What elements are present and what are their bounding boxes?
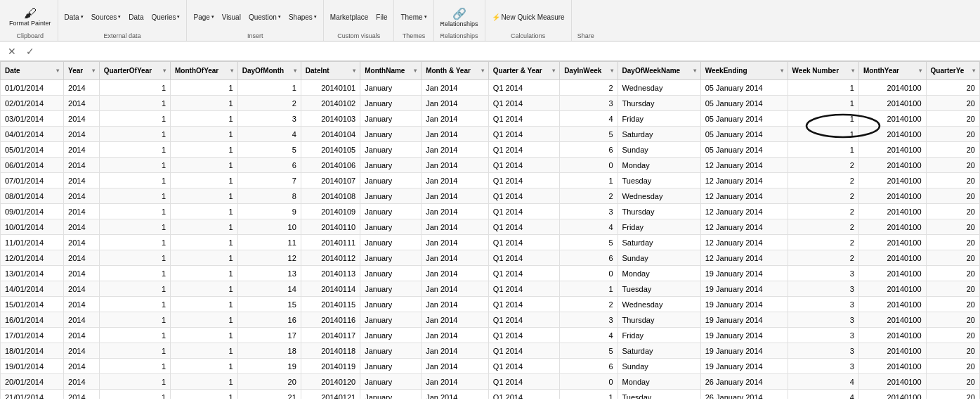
col-header-quarter-of-year[interactable]: QuarterOfYear ▾ xyxy=(99,62,170,80)
queries-button[interactable]: Queries ▾ xyxy=(148,12,183,23)
table-cell-day_of_month: 17 xyxy=(237,328,301,343)
col-week-ending-filter-icon[interactable]: ▾ xyxy=(780,68,783,74)
col-month-year2-label: MonthYear xyxy=(863,67,899,75)
col-header-date[interactable]: Date ▾ xyxy=(1,62,64,80)
col-month-name-filter-icon[interactable]: ▾ xyxy=(414,68,417,74)
col-header-year[interactable]: Year ▾ xyxy=(64,62,100,80)
table-cell-month_of_year: 1 xyxy=(171,390,238,399)
table-cell-week_ending: 12 January 2014 xyxy=(700,158,788,173)
col-quarter-filter-icon[interactable]: ▾ xyxy=(163,68,166,74)
table-cell-date_int: 20140101 xyxy=(301,80,360,96)
relationships-section-label: Relationships xyxy=(434,32,485,39)
data2-button[interactable]: Data xyxy=(125,12,147,23)
table-cell-week_ending: 12 January 2014 xyxy=(700,173,788,188)
relationships-button[interactable]: 🔗 Relationships xyxy=(437,6,482,29)
theme-button[interactable]: Theme ▾ xyxy=(397,12,430,23)
col-year-filter-icon[interactable]: ▾ xyxy=(92,68,95,74)
cancel-formula-button[interactable]: ✕ xyxy=(6,45,18,58)
confirm-formula-button[interactable]: ✓ xyxy=(24,45,37,58)
col-month-filter-icon[interactable]: ▾ xyxy=(230,68,233,74)
table-cell-month_name: January xyxy=(360,266,422,281)
col-day-of-month-filter-icon[interactable]: ▾ xyxy=(294,68,296,74)
table-cell-date: 05/01/2014 xyxy=(1,142,64,158)
table-cell-day_of_month: 14 xyxy=(237,281,301,297)
col-header-day-of-week-name[interactable]: DayOfWeekName ▾ xyxy=(618,62,700,80)
marketplace-label: Marketplace xyxy=(330,13,368,21)
col-month-year-filter-icon[interactable]: ▾ xyxy=(481,68,484,74)
col-week-number-filter-icon[interactable]: ▾ xyxy=(851,68,854,74)
col-month-year2-filter-icon[interactable]: ▾ xyxy=(919,68,922,74)
table-cell-day_in_week: 3 xyxy=(560,204,618,219)
col-date-filter-icon[interactable]: ▾ xyxy=(56,68,59,74)
col-day-in-week-label: DayInWeek xyxy=(564,67,601,75)
col-day-in-week-filter-icon[interactable]: ▾ xyxy=(610,68,613,74)
table-cell-quarter_year: Q1 2014 xyxy=(488,312,559,328)
col-quarter-ye2-filter-icon[interactable]: ▾ xyxy=(972,68,975,74)
data-button[interactable]: Data ▾ xyxy=(61,12,87,23)
table-cell-week_number: 3 xyxy=(788,281,858,297)
table-cell-quarter_year: Q1 2014 xyxy=(488,343,559,359)
col-header-day-in-week[interactable]: DayInWeek ▾ xyxy=(560,62,618,80)
ribbon-section-themes: Theme ▾ Themes xyxy=(394,0,433,41)
table-cell-quarter_of_year: 1 xyxy=(99,204,170,219)
table-cell-day_in_week: 0 xyxy=(560,374,618,390)
table-cell-quarter_ye2: 20 xyxy=(926,374,979,390)
table-cell-month_year: Jan 2014 xyxy=(422,359,489,374)
col-header-month-year[interactable]: Month & Year ▾ xyxy=(422,62,489,80)
col-quarter-year-filter-icon[interactable]: ▾ xyxy=(552,68,555,74)
table-cell-week_ending: 26 January 2014 xyxy=(700,390,788,399)
data-label: Data xyxy=(65,13,79,21)
table-cell-month_name: January xyxy=(360,219,422,235)
question-button[interactable]: Question ▾ xyxy=(245,12,285,23)
col-quarter-of-year-label: QuarterOfYear xyxy=(104,67,152,75)
table-cell-date: 20/01/2014 xyxy=(1,374,64,390)
file-button[interactable]: File xyxy=(372,12,391,23)
visual-button[interactable]: Visual xyxy=(218,12,244,23)
theme-arrow-icon: ▾ xyxy=(424,14,427,20)
table-cell-week_ending: 19 January 2014 xyxy=(700,359,788,374)
visual-label: Visual xyxy=(222,13,241,21)
table-cell-quarter_of_year: 1 xyxy=(99,127,170,142)
table-row: 09/01/2014201411920140109JanuaryJan 2014… xyxy=(1,204,980,219)
col-header-quarter-ye2[interactable]: QuarterYe ▾ xyxy=(926,62,979,80)
table-cell-day_of_month: 13 xyxy=(237,266,301,281)
table-cell-month_name: January xyxy=(360,127,422,142)
table-cell-week_number: 2 xyxy=(788,188,858,204)
table-cell-year: 2014 xyxy=(64,297,100,312)
table-cell-month_year2: 20140100 xyxy=(858,158,926,173)
table-row: 12/01/20142014111220140112JanuaryJan 201… xyxy=(1,250,980,266)
table-cell-day_of_week_name: Saturday xyxy=(618,343,700,359)
new-quick-measure-button[interactable]: ⚡ New Quick Measure xyxy=(488,12,568,23)
table-cell-week_ending: 12 January 2014 xyxy=(700,204,788,219)
col-date-int-filter-icon[interactable]: ▾ xyxy=(353,68,355,74)
table-cell-quarter_ye2: 20 xyxy=(926,281,979,297)
marketplace-button[interactable]: Marketplace xyxy=(327,12,372,23)
col-header-week-number[interactable]: Week Number ▾ xyxy=(788,62,858,80)
table-cell-day_of_week_name: Friday xyxy=(618,111,700,127)
page-button[interactable]: Page ▾ xyxy=(190,12,217,23)
table-cell-month_year2: 20140100 xyxy=(858,111,926,127)
col-header-month-of-year[interactable]: MonthOfYear ▾ xyxy=(171,62,238,80)
table-cell-day_in_week: 5 xyxy=(560,127,618,142)
table-header: Date ▾ Year ▾ QuarterOfYear ▾ xyxy=(1,62,980,80)
table-cell-month_year: Jan 2014 xyxy=(422,204,489,219)
shapes-button[interactable]: Shapes ▾ xyxy=(285,12,320,23)
format-painter-button[interactable]: 🖌 Format Painter xyxy=(6,6,55,28)
col-quarter-ye2-label: QuarterYe xyxy=(931,67,965,75)
col-header-month-name[interactable]: MonthName ▾ xyxy=(360,62,422,80)
table-cell-date: 17/01/2014 xyxy=(1,328,64,343)
col-day-of-week-name-filter-icon[interactable]: ▾ xyxy=(693,68,696,74)
table-cell-day_in_week: 2 xyxy=(560,188,618,204)
table-cell-month_year2: 20140100 xyxy=(858,219,926,235)
ribbon-row: 🖌 Format Painter Clipboard Data ▾ Source… xyxy=(0,0,980,41)
table-cell-day_of_month: 8 xyxy=(237,188,301,204)
table-cell-week_ending: 05 January 2014 xyxy=(700,80,788,96)
col-header-day-of-month[interactable]: DayOfMonth ▾ xyxy=(237,62,301,80)
col-header-quarter-year[interactable]: Quarter & Year ▾ xyxy=(488,62,559,80)
col-header-week-ending[interactable]: WeekEnding ▾ xyxy=(700,62,788,80)
table-cell-date_int: 20140116 xyxy=(301,312,360,328)
table-cell-month_year2: 20140100 xyxy=(858,297,926,312)
sources-button[interactable]: Sources ▾ xyxy=(88,12,125,23)
col-header-date-int[interactable]: DateInt ▾ xyxy=(301,62,360,80)
col-header-month-year2[interactable]: MonthYear ▾ xyxy=(858,62,926,80)
